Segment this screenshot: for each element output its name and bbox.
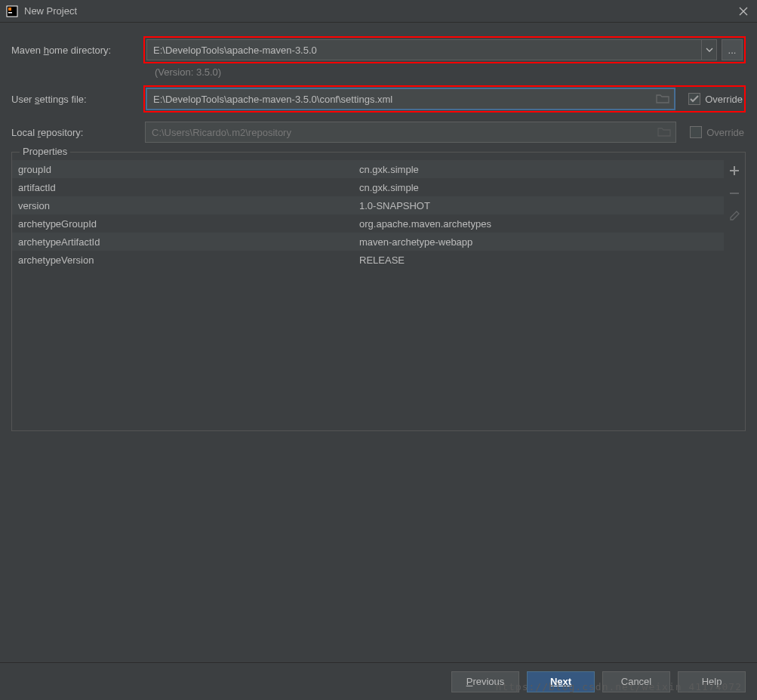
table-row[interactable]: version1.0-SNAPSHOT [12, 196, 724, 214]
prop-key: version [12, 200, 359, 211]
user-settings-row: User settings file: E:\DevelopTools\apac… [11, 85, 746, 113]
svg-rect-2 [8, 12, 12, 14]
override-label: Override [705, 94, 743, 105]
properties-toolbar [724, 160, 745, 430]
user-settings-highlight: E:\DevelopTools\apache-maven-3.5.0\conf\… [143, 85, 746, 113]
footer: Previous Next Cancel Help [0, 662, 757, 700]
local-repo-label: Local repository: [11, 127, 143, 138]
user-settings-label: User settings file: [11, 94, 143, 105]
app-icon [6, 5, 18, 17]
maven-home-row: Maven home directory: E:\DevelopTools\ap… [11, 36, 746, 63]
maven-home-value: E:\DevelopTools\apache-maven-3.5.0 [153, 45, 701, 56]
override-label: Override [706, 127, 744, 138]
prop-key: archetypeVersion [12, 254, 359, 266]
prop-val: org.apache.maven.archetypes [359, 218, 724, 230]
chevron-down-icon[interactable] [701, 40, 716, 60]
folder-icon [657, 127, 671, 137]
maven-version-text: (Version: 3.5.0) [155, 66, 746, 78]
folder-icon[interactable] [656, 94, 669, 104]
prop-val: 1.0-SNAPSHOT [359, 200, 724, 211]
table-row[interactable]: archetypeGroupIdorg.apache.maven.archety… [12, 214, 724, 233]
checkbox-icon[interactable] [690, 126, 702, 138]
table-row[interactable]: archetypeVersionRELEASE [12, 251, 724, 269]
prop-key: archetypeGroupId [12, 218, 359, 230]
cancel-button[interactable]: Cancel [602, 671, 670, 692]
prop-key: groupId [12, 164, 359, 175]
table-row[interactable]: artifactIdcn.gxk.simple [12, 178, 724, 196]
user-settings-value: E:\DevelopTools\apache-maven-3.5.0\conf\… [153, 94, 656, 105]
properties-panel: Properties groupIdcn.gxk.simpleartifactI… [11, 152, 746, 431]
table-row[interactable]: archetypeArtifactIdmaven-archetype-webap… [12, 233, 724, 251]
prop-val: cn.gxk.simple [359, 164, 724, 175]
maven-home-highlight: E:\DevelopTools\apache-maven-3.5.0 ... [143, 36, 746, 63]
next-button[interactable]: Next [527, 671, 595, 692]
properties-table[interactable]: groupIdcn.gxk.simpleartifactIdcn.gxk.sim… [12, 160, 724, 430]
content: Maven home directory: E:\DevelopTools\ap… [0, 23, 757, 431]
svg-rect-1 [8, 8, 11, 11]
user-settings-override[interactable]: Override [688, 93, 743, 105]
local-repo-override[interactable]: Override [690, 126, 744, 138]
prop-val: cn.gxk.simple [359, 182, 724, 193]
add-icon[interactable] [728, 165, 740, 177]
prop-val: RELEASE [359, 254, 724, 266]
edit-icon[interactable] [728, 210, 740, 222]
checkbox-checked-icon[interactable] [688, 93, 700, 105]
close-button[interactable] [736, 4, 751, 19]
local-repo-row: Local repository: C:\Users\Ricardo\.m2\r… [11, 120, 746, 144]
user-settings-input[interactable]: E:\DevelopTools\apache-maven-3.5.0\conf\… [146, 88, 675, 109]
previous-button[interactable]: Previous [451, 671, 519, 692]
titlebar: New Project [0, 0, 757, 23]
local-repo-input: C:\Users\Ricardo\.m2\repository [145, 122, 676, 143]
window-title: New Project [24, 5, 736, 17]
help-button[interactable]: Help [678, 671, 746, 692]
remove-icon[interactable] [728, 187, 740, 199]
local-repo-wrap: C:\Users\Ricardo\.m2\repository Override [143, 120, 746, 144]
maven-home-combo[interactable]: E:\DevelopTools\apache-maven-3.5.0 [146, 39, 717, 60]
browse-maven-home-button[interactable]: ... [722, 39, 743, 60]
prop-key: archetypeArtifactId [12, 236, 359, 248]
local-repo-value: C:\Users\Ricardo\.m2\repository [152, 127, 657, 138]
prop-val: maven-archetype-webapp [359, 236, 724, 248]
properties-legend: Properties [20, 146, 70, 157]
prop-key: artifactId [12, 182, 359, 193]
table-row[interactable]: groupIdcn.gxk.simple [12, 160, 724, 178]
maven-home-label: Maven home directory: [11, 45, 143, 56]
